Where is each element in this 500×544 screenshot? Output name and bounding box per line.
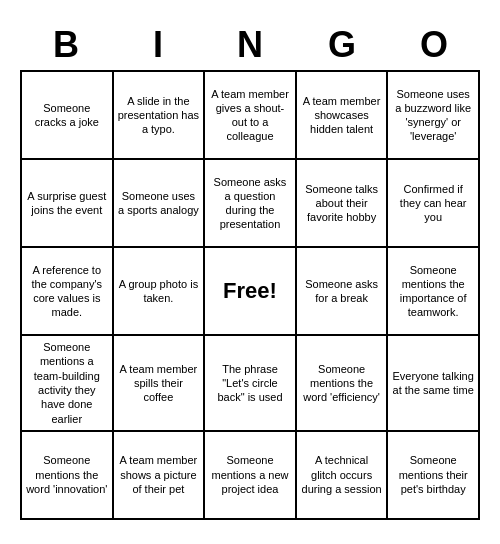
- bingo-cell-5[interactable]: A surprise guest joins the event: [22, 160, 114, 248]
- bingo-letter-i: I: [114, 24, 202, 66]
- bingo-cell-10[interactable]: A reference to the company's core values…: [22, 248, 114, 336]
- bingo-cell-2[interactable]: A team member gives a shout-out to a col…: [205, 72, 297, 160]
- bingo-letter-n: N: [206, 24, 294, 66]
- bingo-cell-12[interactable]: Free!: [205, 248, 297, 336]
- bingo-letter-b: B: [22, 24, 110, 66]
- bingo-cell-6[interactable]: Someone uses a sports analogy: [114, 160, 206, 248]
- bingo-cell-20[interactable]: Someone mentions the word 'innovation': [22, 432, 114, 520]
- bingo-cell-8[interactable]: Someone talks about their favorite hobby: [297, 160, 389, 248]
- bingo-cell-0[interactable]: Someone cracks a joke: [22, 72, 114, 160]
- bingo-letter-o: O: [390, 24, 478, 66]
- bingo-cell-15[interactable]: Someone mentions a team-building activit…: [22, 336, 114, 432]
- bingo-cell-21[interactable]: A team member shows a picture of their p…: [114, 432, 206, 520]
- bingo-header: BINGO: [20, 24, 480, 66]
- bingo-letter-g: G: [298, 24, 386, 66]
- bingo-cell-23[interactable]: A technical glitch occurs during a sessi…: [297, 432, 389, 520]
- bingo-cell-24[interactable]: Someone mentions their pet's birthday: [388, 432, 480, 520]
- bingo-cell-3[interactable]: A team member showcases hidden talent: [297, 72, 389, 160]
- bingo-cell-7[interactable]: Someone asks a question during the prese…: [205, 160, 297, 248]
- bingo-grid: Someone cracks a jokeA slide in the pres…: [20, 70, 480, 520]
- bingo-cell-16[interactable]: A team member spills their coffee: [114, 336, 206, 432]
- bingo-cell-17[interactable]: The phrase "Let's circle back" is used: [205, 336, 297, 432]
- bingo-cell-9[interactable]: Confirmed if they can hear you: [388, 160, 480, 248]
- bingo-cell-13[interactable]: Someone asks for a break: [297, 248, 389, 336]
- bingo-cell-18[interactable]: Someone mentions the word 'efficiency': [297, 336, 389, 432]
- bingo-cell-4[interactable]: Someone uses a buzzword like 'synergy' o…: [388, 72, 480, 160]
- bingo-cell-19[interactable]: Everyone talking at the same time: [388, 336, 480, 432]
- bingo-cell-14[interactable]: Someone mentions the importance of teamw…: [388, 248, 480, 336]
- bingo-cell-22[interactable]: Someone mentions a new project idea: [205, 432, 297, 520]
- bingo-card: BINGO Someone cracks a jokeA slide in th…: [10, 14, 490, 530]
- bingo-cell-11[interactable]: A group photo is taken.: [114, 248, 206, 336]
- bingo-cell-1[interactable]: A slide in the presentation has a typo.: [114, 72, 206, 160]
